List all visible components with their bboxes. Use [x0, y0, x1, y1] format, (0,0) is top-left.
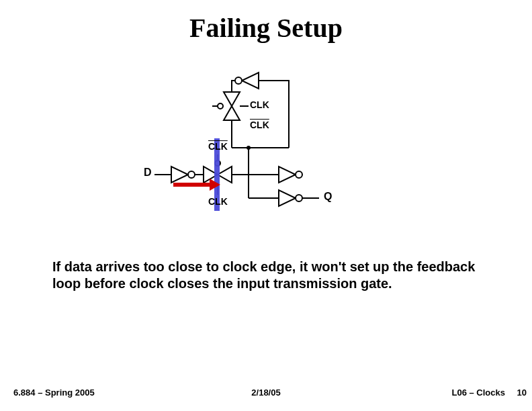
input-inverter: [171, 167, 204, 183]
input-transmission-gate: [204, 154, 238, 195]
svg-marker-26: [279, 167, 296, 183]
top-inverter: [232, 73, 289, 148]
clk-label-top-right: CLK: [250, 99, 269, 110]
svg-marker-14: [218, 167, 232, 183]
clkbar-label-top-right: CLK: [250, 120, 269, 130]
svg-point-4: [218, 103, 223, 109]
page-title: Failing Setup: [0, 12, 532, 44]
clkbar-label-left-top: CLK: [208, 141, 228, 152]
svg-point-29: [296, 195, 302, 201]
svg-marker-28: [279, 190, 296, 206]
svg-point-1: [235, 77, 242, 84]
footer-page: 10: [517, 387, 527, 398]
description-paragraph: If data arrives too close to clock edge,…: [52, 259, 482, 292]
svg-point-11: [188, 171, 195, 178]
q-label: Q: [324, 191, 332, 203]
clk-label-left-bot: CLK: [208, 196, 228, 207]
svg-marker-3: [224, 106, 240, 120]
d-label: D: [144, 167, 152, 179]
red-arrow: [173, 179, 220, 191]
svg-point-27: [296, 171, 302, 178]
latch-circuit-diagram: CLK CLK CLK CLK D Q: [148, 60, 363, 235]
svg-marker-0: [242, 73, 259, 89]
svg-marker-2: [224, 92, 240, 106]
footer-right: L06 – Clocks: [452, 387, 506, 398]
svg-point-22: [247, 146, 251, 150]
svg-marker-10: [171, 167, 188, 183]
upper-output-inverter: [279, 167, 302, 183]
q-output-inverter: [279, 190, 319, 206]
